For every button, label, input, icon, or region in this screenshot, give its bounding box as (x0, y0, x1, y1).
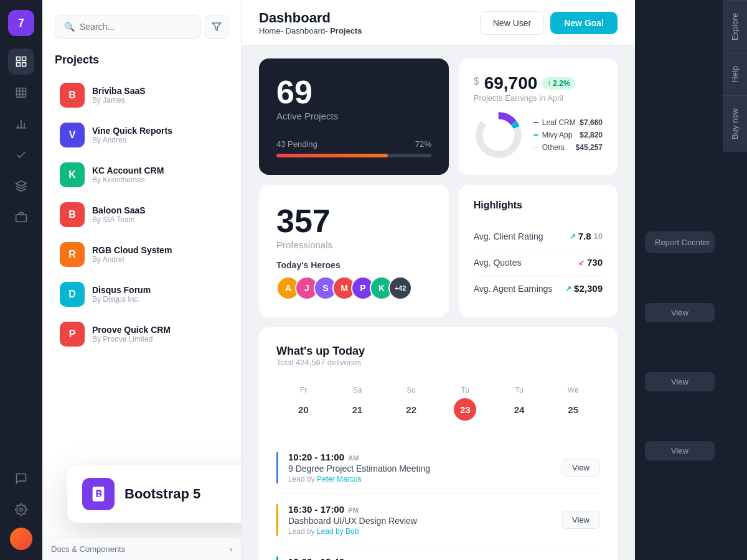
calendar-header: What's up Today Total 424,567 deliveries (276, 345, 600, 367)
nav-icon-check[interactable] (8, 142, 34, 168)
heroes-label: Today's Heroes (276, 260, 431, 270)
right-panel-btns: Report Cecnter View View View (645, 231, 715, 460)
day-number: 22 (400, 398, 423, 421)
calendar-day[interactable]: Su 22 (384, 380, 438, 427)
project-item[interactable]: D Disqus Forum By Disqus Inc. (55, 276, 228, 313)
event-ampm: AM (348, 454, 359, 462)
legend-amount: $7,660 (580, 118, 603, 127)
sidebar: 7 (0, 0, 42, 560)
explore-button[interactable]: Explore (723, 0, 747, 53)
view-button-3[interactable]: View (645, 441, 715, 460)
new-user-button[interactable]: New User (480, 11, 544, 35)
view-button-1[interactable]: View (645, 303, 715, 322)
docs-bar[interactable]: Docs & Components › (42, 538, 241, 560)
day-name: Fr (280, 386, 327, 394)
calendar-day[interactable]: Fr 20 (276, 380, 331, 427)
day-name: We (550, 386, 596, 394)
highlights-list: Avg. Client Rating ↗ 7.8 10 Avg. Quotes … (474, 223, 603, 301)
event-view-button[interactable]: View (561, 459, 600, 477)
project-by: By Andres (92, 136, 172, 144)
donut-chart (474, 110, 524, 160)
new-goal-button[interactable]: New Goal (550, 12, 618, 34)
docs-arrow: › (230, 544, 232, 554)
event-border (276, 556, 278, 560)
nav-icon-settings[interactable] (8, 497, 34, 523)
calendar-day[interactable]: Tu 24 (492, 380, 547, 427)
avatars-row: AJSMPK+42 (276, 276, 431, 300)
calendar-day[interactable]: We 25 (546, 380, 600, 427)
legend-amount: $2,820 (580, 131, 603, 139)
search-icon: 🔍 (64, 22, 75, 32)
nav-icon-briefcase[interactable] (8, 204, 34, 230)
project-name: Disqus Forum (92, 285, 151, 295)
highlights-title: Highlights (474, 200, 603, 211)
pending-pct: 72% (415, 139, 431, 149)
project-name: KC Account CRM (92, 166, 164, 175)
project-logo: B (60, 202, 85, 227)
highlight-row: Avg. Agent Earnings ↗ $2,309 (474, 276, 603, 301)
nav-icon-message[interactable] (8, 465, 34, 492)
calendar-day[interactable]: Sa 21 (331, 380, 385, 427)
user-avatar[interactable] (10, 528, 32, 550)
project-info: Vine Quick Reports By Andres (92, 126, 172, 144)
buy-now-button[interactable]: Buy now (723, 95, 747, 152)
legend-line (533, 122, 538, 123)
project-by: By James (92, 96, 146, 105)
project-by: By Andrei (92, 255, 172, 264)
breadcrumb-dashboard: Dashboard- (286, 26, 331, 35)
event-lead: Lead by Lead by Bob (288, 527, 417, 536)
pending-row: 43 Pending 72% (276, 139, 431, 157)
active-projects-label: Active Projects (276, 111, 431, 121)
highlight-value: ↙ 730 (578, 257, 603, 268)
nav-icon-chart[interactable] (8, 111, 34, 137)
view-button-2[interactable]: View (645, 372, 715, 391)
nav-icon-layout[interactable] (8, 49, 34, 75)
svg-marker-13 (16, 181, 27, 186)
project-item[interactable]: B Briviba SaaS By James (55, 77, 228, 114)
event-lead-link[interactable]: Peter Marcus (317, 475, 361, 483)
event-time: 16:30 - 17:00 PM (288, 504, 417, 515)
side-actions: Explore Help Buy now (723, 0, 747, 560)
project-item[interactable]: B Baloon SaaS By SIA Team (55, 196, 228, 233)
project-logo: P (60, 322, 85, 347)
event-view-button[interactable]: View (561, 511, 600, 529)
project-by: By Keenthemes (92, 175, 164, 184)
project-name: Briviba SaaS (92, 86, 146, 96)
day-number: 25 (562, 398, 585, 421)
event-item: 12:00 - 13:40 AM Marketing Campaign Disc… (276, 546, 600, 560)
card-earnings: $ 69,700 ↑ 2.2% Projects Earnings in Apr… (459, 58, 618, 175)
search-input[interactable] (80, 22, 192, 32)
highlight-amount: 7.8 (578, 231, 591, 241)
highlight-value: ↗ 7.8 10 (570, 231, 603, 241)
project-item[interactable]: K KC Account CRM By Keenthemes (55, 156, 228, 194)
breadcrumb-home: Home- (259, 26, 286, 35)
prof-count: 357 (276, 202, 431, 240)
event-details: 10:20 - 11:00 AM 9 Degree Project Estima… (288, 452, 430, 483)
day-number: 21 (346, 398, 369, 421)
page-title: Dashboard (259, 10, 362, 26)
calendar-day[interactable]: Tu 23 (438, 380, 492, 427)
day-number: 20 (292, 398, 314, 421)
pending-info: 43 Pending 72% (276, 139, 431, 149)
filter-button[interactable] (205, 15, 228, 39)
trend-icon: ↗ (570, 232, 576, 241)
calendar-days: Fr 20 Sa 21 Su 22 Tu 23 Tu 24 We 25 (276, 380, 600, 427)
project-logo: V (60, 123, 85, 147)
report-button[interactable]: Report Cecnter (645, 231, 715, 253)
app-badge[interactable]: 7 (8, 10, 34, 36)
bootstrap-label: Bootstrap 5 (125, 486, 200, 502)
project-item[interactable]: R RGB Cloud System By Andrei (55, 236, 228, 273)
highlight-row: Avg. Client Rating ↗ 7.8 10 (474, 223, 603, 250)
project-item[interactable]: V Vine Quick Reports By Andres (55, 116, 228, 154)
svg-rect-0 (17, 57, 21, 61)
active-projects-count: 69 (276, 76, 431, 108)
legend-item: Mivy App $2,820 (533, 131, 603, 139)
legend-item: Others $45,257 (533, 143, 603, 152)
project-item[interactable]: P Proove Quick CRM By Proove Limited (55, 315, 228, 353)
nav-icon-layers[interactable] (8, 173, 34, 199)
help-button[interactable]: Help (723, 53, 747, 95)
nav-icon-grid[interactable] (8, 80, 34, 106)
event-lead-link[interactable]: Lead by Bob (317, 527, 359, 536)
highlight-extra: 10 (594, 231, 603, 241)
right-panel: Explore Help Buy now Report Cecnter View… (635, 0, 747, 560)
